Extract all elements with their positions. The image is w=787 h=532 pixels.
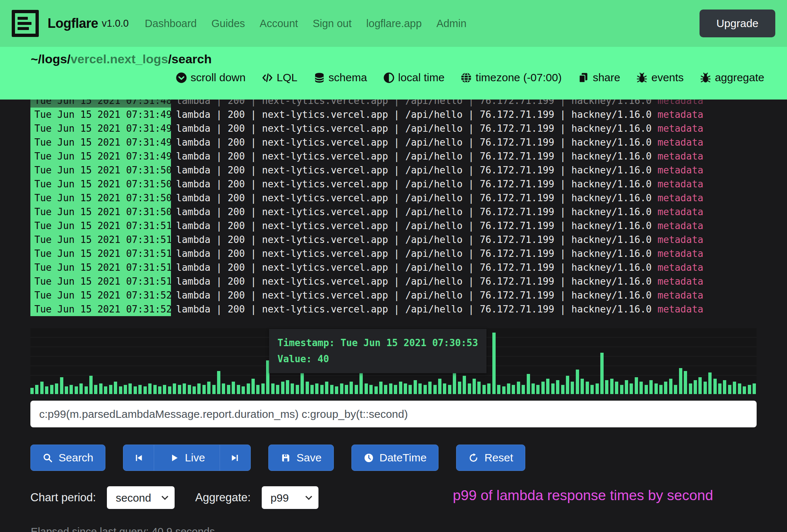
chart-bar[interactable] [217, 371, 220, 394]
chart-bar[interactable] [70, 385, 73, 394]
chart-bar[interactable] [635, 377, 638, 394]
chart-bar[interactable] [679, 368, 682, 394]
log-metadata-link[interactable]: metadata [657, 137, 703, 148]
chart-bar[interactable] [551, 383, 555, 394]
chart-bar[interactable] [345, 385, 348, 394]
chart-bar[interactable] [374, 386, 378, 394]
chart-bar[interactable] [335, 386, 338, 394]
chart-bar[interactable] [143, 386, 147, 394]
chart-bar[interactable] [325, 382, 328, 394]
nav-link-sign-out[interactable]: Sign out [313, 18, 351, 30]
chart-bar[interactable] [664, 382, 667, 394]
chart-bar[interactable] [630, 383, 633, 394]
chart-bar[interactable] [379, 382, 383, 394]
chart-bar[interactable] [649, 380, 653, 394]
chart-bar[interactable] [45, 386, 48, 394]
log-metadata-link[interactable]: metadata [657, 192, 703, 203]
chart-bar[interactable] [261, 383, 265, 394]
log-metadata-link[interactable]: metadata [657, 290, 703, 301]
chart-bar[interactable] [674, 385, 677, 394]
chart-bar[interactable] [394, 385, 397, 394]
chart-bar[interactable] [743, 386, 746, 394]
chart-bar[interactable] [414, 380, 417, 394]
chart-bar[interactable] [684, 371, 687, 394]
chart-bar[interactable] [654, 383, 658, 394]
chart-bar[interactable] [733, 382, 736, 394]
chart-bar[interactable] [531, 383, 535, 394]
query-input[interactable] [30, 401, 757, 427]
chart-bar[interactable] [497, 385, 500, 394]
chart-bar[interactable] [197, 383, 201, 394]
log-metadata-link[interactable]: metadata [657, 165, 703, 176]
chart-bar[interactable] [60, 377, 63, 394]
chart-bar[interactable] [75, 386, 78, 394]
chart-bar[interactable] [50, 385, 53, 394]
log-metadata-link[interactable]: metadata [657, 179, 703, 190]
chart-bar[interactable] [173, 383, 176, 394]
chart-bar[interactable] [718, 383, 721, 394]
toolbar-item-scroll-down[interactable]: scroll down [176, 71, 246, 84]
chart-bar[interactable] [138, 385, 142, 394]
chart-bar[interactable] [659, 385, 663, 394]
chart-bar[interactable] [561, 385, 564, 394]
chart-bar[interactable] [271, 383, 275, 394]
nav-link-admin[interactable]: Admin [436, 18, 466, 30]
log-metadata-link[interactable]: metadata [657, 304, 703, 315]
chart-bar[interactable] [482, 385, 486, 394]
chart-bar[interactable] [556, 380, 559, 394]
chart-bar[interactable] [369, 385, 373, 394]
chart-bar[interactable] [359, 372, 363, 394]
skip-forward-button[interactable] [220, 445, 251, 471]
log-metadata-link[interactable]: metadata [657, 262, 703, 273]
chart-bar[interactable] [399, 382, 402, 394]
chart-bar[interactable] [89, 376, 93, 394]
logflare-logo-icon[interactable] [12, 10, 39, 37]
chart-bar[interactable] [512, 385, 515, 394]
chart-bar[interactable] [596, 383, 599, 394]
chart-bar[interactable] [237, 385, 240, 394]
chart-bar[interactable] [227, 385, 230, 394]
chart-bar[interactable] [753, 383, 756, 394]
chart-bar[interactable] [355, 385, 358, 394]
chart-bar[interactable] [251, 379, 255, 394]
chart-bar[interactable] [443, 383, 446, 394]
chart-bar[interactable] [178, 385, 181, 394]
nav-link-guides[interactable]: Guides [211, 18, 245, 30]
chart-bar[interactable] [286, 380, 289, 394]
chart-bar[interactable] [639, 382, 643, 394]
chart-bar[interactable] [188, 385, 191, 394]
chart-bar[interactable] [85, 386, 88, 394]
aggregate-select[interactable]: p99 [262, 486, 318, 509]
chart-bar[interactable] [463, 376, 466, 394]
search-button[interactable]: Search [30, 445, 105, 471]
chart-bar[interactable] [222, 383, 225, 394]
nav-link-dashboard[interactable]: Dashboard [145, 18, 197, 30]
live-button[interactable]: Live [154, 445, 220, 471]
chart-bar[interactable] [704, 382, 707, 394]
chart-bar[interactable] [134, 386, 137, 394]
chart-bar[interactable] [306, 382, 309, 394]
log-metadata-link[interactable]: metadata [657, 206, 703, 217]
nav-link-logflare-app[interactable]: logflare.app [366, 18, 422, 30]
chart-bar[interactable] [645, 385, 648, 394]
chart-bar[interactable] [615, 382, 618, 394]
chart-bar[interactable] [590, 385, 594, 394]
chart-bar[interactable] [281, 382, 284, 394]
chart-bar[interactable] [433, 385, 437, 394]
toolbar-item-lql[interactable]: LQL [262, 71, 298, 84]
chart-bar[interactable] [571, 382, 574, 394]
chart-bar[interactable] [541, 382, 545, 394]
chart-bar[interactable] [158, 386, 161, 394]
chart-bar[interactable] [256, 385, 260, 394]
chart-bar[interactable] [183, 383, 186, 394]
datetime-button[interactable]: DateTime [351, 445, 439, 471]
chart-bar[interactable] [384, 385, 387, 394]
chart-bar[interactable] [242, 386, 245, 394]
chart-bar[interactable] [291, 383, 294, 394]
chart-bar[interactable] [35, 385, 38, 394]
chart-bar[interactable] [507, 383, 510, 394]
chart-bar[interactable] [409, 385, 412, 394]
chart-bar[interactable] [502, 386, 506, 394]
chart-bar[interactable] [330, 385, 333, 394]
chart-bar[interactable] [94, 385, 97, 394]
